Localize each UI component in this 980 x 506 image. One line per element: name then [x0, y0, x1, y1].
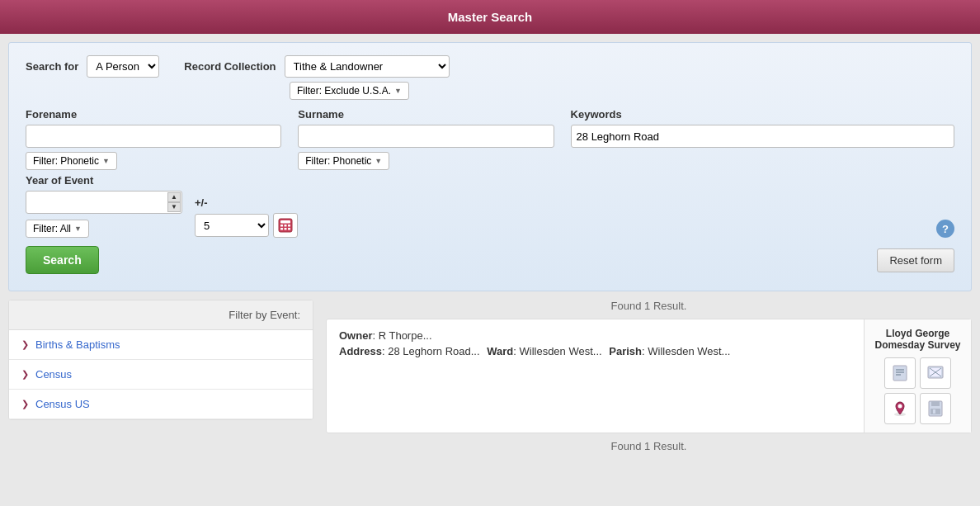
- reset-form-button[interactable]: Reset form: [877, 248, 954, 272]
- filter-item-births[interactable]: ❯ Births & Baptisms: [9, 330, 313, 360]
- svg-rect-2: [280, 225, 283, 227]
- filter-item-census-us[interactable]: ❯ Census US: [9, 390, 313, 419]
- surname-filter-button[interactable]: Filter: Phonetic: [298, 152, 389, 170]
- forename-label: Forename: [26, 108, 281, 121]
- parish-value: Willesden West...: [648, 345, 730, 357]
- owner-label: Owner: [339, 329, 372, 342]
- svg-rect-5: [280, 228, 283, 230]
- save-button[interactable]: [920, 393, 951, 424]
- result-info: Owner: R Thorpe... Address: 28 Leghorn R…: [327, 319, 864, 433]
- year-input[interactable]: [26, 191, 182, 214]
- action-buttons: [884, 357, 951, 424]
- svg-point-17: [898, 404, 902, 409]
- forename-input[interactable]: [26, 125, 281, 148]
- search-panel: Search for A Person Record Collection Ti…: [8, 42, 972, 291]
- plusminus-select[interactable]: 5 1 2 3 4 10 20: [195, 214, 269, 237]
- search-for-select[interactable]: A Person: [87, 55, 159, 78]
- results-count-bottom: Found 1 Result.: [326, 440, 972, 452]
- address-label: Address: [339, 345, 382, 357]
- svg-rect-8: [893, 366, 907, 381]
- search-for-label: Search for: [26, 60, 78, 73]
- surname-input[interactable]: [298, 125, 554, 148]
- svg-rect-21: [933, 409, 935, 414]
- page-title: Master Search: [448, 10, 533, 24]
- year-up-btn[interactable]: ▲: [167, 192, 181, 202]
- filter-exclude-button[interactable]: Filter: Exclude U.S.A.: [290, 82, 409, 100]
- chevron-icon: ❯: [21, 369, 29, 380]
- svg-rect-3: [285, 225, 287, 227]
- filter-header: Filter by Event:: [9, 300, 313, 330]
- record-collection-label: Record Collection: [184, 60, 276, 73]
- ward-label: Ward: [487, 345, 513, 357]
- search-button[interactable]: Search: [26, 246, 99, 274]
- result-card: Owner: R Thorpe... Address: 28 Leghorn R…: [326, 319, 972, 433]
- view-image-button[interactable]: [920, 357, 951, 389]
- plusminus-label: +/-: [195, 196, 298, 209]
- year-label: Year of Event: [26, 174, 182, 187]
- filter-item-label: Census US: [35, 398, 90, 410]
- collection-name: Lloyd George Domesday Survey: [873, 328, 963, 351]
- results-area: Filter by Event: ❯ Births & Baptisms ❯ C…: [8, 300, 972, 452]
- chevron-icon: ❯: [21, 399, 29, 409]
- year-down-btn[interactable]: ▼: [167, 202, 181, 212]
- calculator-button[interactable]: [273, 213, 298, 238]
- owner-line: Owner: R Thorpe...: [339, 329, 851, 342]
- surname-label: Surname: [298, 108, 554, 121]
- year-filter-button[interactable]: Filter: All: [26, 220, 89, 238]
- result-actions: Lloyd George Domesday Survey: [864, 319, 971, 433]
- svg-rect-1: [280, 220, 290, 224]
- svg-rect-19: [931, 401, 940, 406]
- svg-rect-6: [285, 228, 287, 230]
- record-collection-select[interactable]: Tithe & Landowner: [285, 55, 450, 78]
- help-button[interactable]: ?: [936, 220, 954, 238]
- filter-sidebar: Filter by Event: ❯ Births & Baptisms ❯ C…: [8, 300, 313, 452]
- view-record-button[interactable]: [884, 357, 916, 389]
- svg-rect-4: [288, 225, 290, 227]
- chevron-icon: ❯: [21, 339, 29, 350]
- results-count-top: Found 1 Result.: [326, 300, 972, 312]
- address-value: 28 Leghorn Road...: [388, 345, 479, 357]
- filter-by-event-panel: Filter by Event: ❯ Births & Baptisms ❯ C…: [8, 300, 313, 420]
- filter-item-label: Births & Baptisms: [35, 338, 120, 351]
- keywords-input[interactable]: [571, 125, 954, 148]
- owner-value: R Thorpe...: [379, 329, 432, 342]
- parish-label: Parish: [609, 345, 642, 357]
- keywords-label: Keywords: [571, 108, 954, 121]
- year-spinner[interactable]: ▲ ▼: [167, 192, 181, 212]
- forename-filter-button[interactable]: Filter: Phonetic: [26, 152, 117, 170]
- ward-value: Willesden West...: [519, 345, 601, 357]
- page-header: Master Search: [0, 0, 980, 34]
- filter-item-census[interactable]: ❯ Census: [9, 360, 313, 390]
- svg-rect-7: [288, 228, 290, 230]
- filter-item-label: Census: [35, 368, 72, 381]
- address-line: Address: 28 Leghorn Road... Ward: Willes…: [339, 345, 851, 357]
- map-button[interactable]: [884, 393, 916, 424]
- results-main: Found 1 Result. Owner: R Thorpe... Addre…: [326, 300, 972, 452]
